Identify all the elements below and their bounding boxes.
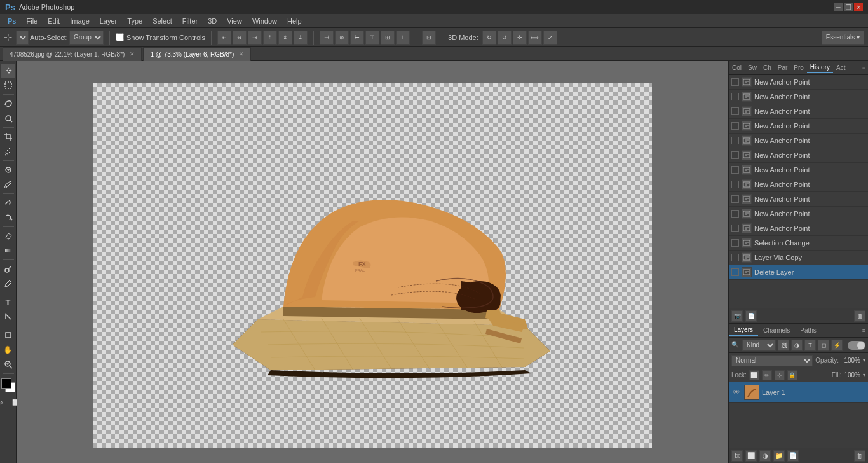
tab-0[interactable]: 4708526.jpg @ 22.1% (Layer 1, RGB/8*) ✕	[3, 47, 142, 61]
filter-type-btn-t[interactable]: T	[804, 340, 816, 351]
essentials-dropdown-btn[interactable]: Essentials ▾	[822, 31, 864, 45]
zoom-btn[interactable]	[1, 357, 15, 371]
align-top-btn[interactable]: ⇡	[263, 31, 277, 45]
align-center-h-btn[interactable]: ⇔	[233, 31, 247, 45]
layer-mask-btn[interactable]: ⬜	[745, 450, 757, 462]
menu-help[interactable]: Help	[282, 16, 307, 26]
align-bottom-btn[interactable]: ⇣	[294, 31, 308, 45]
hand-btn[interactable]: ✋	[1, 343, 15, 357]
history-item-5[interactable]: New Anchor Point	[729, 148, 868, 163]
menu-window[interactable]: Window	[247, 16, 282, 26]
panel-tab-col[interactable]: Col	[729, 63, 745, 73]
foreground-color[interactable]	[1, 378, 11, 389]
menu-view[interactable]: View	[222, 16, 247, 26]
close-button[interactable]: ✕	[854, 3, 863, 11]
eraser-btn[interactable]	[1, 229, 15, 243]
dist-top-btn[interactable]: ⊤	[365, 31, 379, 45]
layers-tab-paths[interactable]: Paths	[795, 326, 822, 335]
tab-1[interactable]: 1 @ 73.3% (Layer 6, RGB/8*) ✕	[143, 47, 251, 61]
align-right-btn[interactable]: ⇥	[248, 31, 262, 45]
history-item-11[interactable]: Selection Change	[729, 236, 868, 251]
opacity-arrow[interactable]: ▾	[863, 357, 865, 363]
menu-ps[interactable]: Ps	[3, 16, 21, 26]
lock-image-btn[interactable]: ✏	[762, 370, 772, 380]
layers-tabs-arrow[interactable]: ≡	[860, 328, 868, 334]
history-item-0[interactable]: New Anchor Point	[729, 75, 868, 90]
menu-filter[interactable]: Filter	[177, 16, 203, 26]
layer-visibility-0[interactable]: 👁	[731, 387, 742, 397]
dist-center-v-btn[interactable]: ⊞	[381, 31, 395, 45]
history-brush-btn[interactable]	[1, 211, 15, 225]
layers-tab-layers[interactable]: Layers	[729, 325, 758, 336]
panel-tab-ch[interactable]: Ch	[760, 63, 775, 73]
auto-select-select[interactable]: Group Layer	[69, 31, 104, 45]
minimize-button[interactable]: ─	[834, 3, 843, 11]
history-item-3[interactable]: New Anchor Point	[729, 119, 868, 134]
lock-pixels-btn[interactable]: ⬜	[749, 370, 759, 380]
quick-mask-btn[interactable]: ⊘	[0, 396, 8, 410]
canvas[interactable]: FX FRAU	[93, 83, 652, 448]
eyedropper-btn[interactable]	[1, 144, 15, 158]
history-item-6[interactable]: New Anchor Point	[729, 163, 868, 177]
marquee-tool-btn[interactable]	[1, 78, 15, 92]
panel-tab-pro[interactable]: Pro	[790, 63, 807, 73]
dist-left-btn[interactable]: ⊣	[320, 31, 334, 45]
healing-btn[interactable]	[1, 163, 15, 177]
blend-mode-select[interactable]: Normal Dissolve Multiply Screen Overlay	[731, 355, 813, 366]
history-item-1[interactable]: New Anchor Point	[729, 90, 868, 104]
create-snapshot-btn[interactable]: 📷	[731, 310, 743, 322]
menu-file[interactable]: File	[21, 16, 43, 26]
lock-all-btn[interactable]: 🔒	[787, 370, 797, 380]
panel-tab-sw[interactable]: Sw	[745, 63, 760, 73]
history-item-7[interactable]: New Anchor Point	[729, 177, 868, 192]
tab-1-close[interactable]: ✕	[239, 51, 244, 57]
menu-edit[interactable]: Edit	[43, 16, 65, 26]
history-item-8[interactable]: New Anchor Point	[729, 192, 868, 207]
create-doc-btn[interactable]: 📄	[745, 310, 757, 322]
crop-tool-btn[interactable]	[1, 130, 15, 144]
pen-btn[interactable]	[1, 277, 15, 291]
dist-center-h-btn[interactable]: ⊕	[335, 31, 349, 45]
filter-kind-select[interactable]: Kind Name Effect	[742, 340, 776, 351]
3d-slide-btn[interactable]: ⟺	[528, 31, 542, 45]
menu-select[interactable]: Select	[147, 16, 177, 26]
filter-pixel-btn[interactable]: 🖼	[778, 340, 789, 351]
gradient-btn[interactable]	[1, 244, 15, 258]
3d-pan-btn[interactable]: ✛	[513, 31, 527, 45]
delete-history-btn[interactable]: 🗑	[854, 310, 865, 322]
history-item-9[interactable]: New Anchor Point	[729, 207, 868, 221]
layer-group-btn[interactable]: 📁	[773, 450, 785, 462]
extra-align-btn[interactable]: ⊡	[422, 31, 436, 45]
move-tool-btn[interactable]	[1, 64, 15, 78]
menu-type[interactable]: Type	[122, 16, 147, 26]
layer-new-btn[interactable]: 📄	[787, 450, 799, 462]
clone-stamp-btn[interactable]	[1, 196, 15, 210]
layers-tab-channels[interactable]: Channels	[758, 326, 795, 335]
menu-layer[interactable]: Layer	[95, 16, 123, 26]
history-item-2[interactable]: New Anchor Point	[729, 104, 868, 119]
dist-right-btn[interactable]: ⊢	[350, 31, 364, 45]
panel-tab-par[interactable]: Par	[775, 63, 791, 73]
show-transform-checkbox[interactable]	[116, 33, 124, 41]
tab-0-close[interactable]: ✕	[130, 51, 135, 57]
filter-adj-btn[interactable]: ◑	[791, 340, 803, 351]
panel-tab-history[interactable]: History	[807, 62, 833, 73]
dodge-btn[interactable]	[1, 262, 15, 276]
lasso-tool-btn[interactable]	[1, 97, 15, 111]
layer-adj-btn[interactable]: ◑	[759, 450, 771, 462]
panel-tabs-arrow[interactable]: ≡	[860, 65, 868, 71]
lock-position-btn[interactable]: ⊹	[775, 370, 785, 380]
dist-bottom-btn[interactable]: ⊥	[396, 31, 410, 45]
filter-toggle[interactable]	[848, 341, 865, 350]
history-item-13[interactable]: Delete Layer	[729, 265, 868, 280]
align-center-v-btn[interactable]: ⇕	[278, 31, 292, 45]
history-item-4[interactable]: New Anchor Point	[729, 134, 868, 148]
restore-button[interactable]: ❐	[844, 3, 853, 11]
align-left-btn[interactable]: ⇤	[217, 31, 231, 45]
menu-3d[interactable]: 3D	[203, 16, 222, 26]
filter-shape-btn[interactable]: ◻	[818, 340, 829, 351]
layer-item-0[interactable]: 👁 Layer 1	[729, 382, 868, 403]
menu-image[interactable]: Image	[65, 16, 95, 26]
history-item-10[interactable]: New Anchor Point	[729, 221, 868, 236]
filter-smart-btn[interactable]: ⚡	[831, 340, 843, 351]
